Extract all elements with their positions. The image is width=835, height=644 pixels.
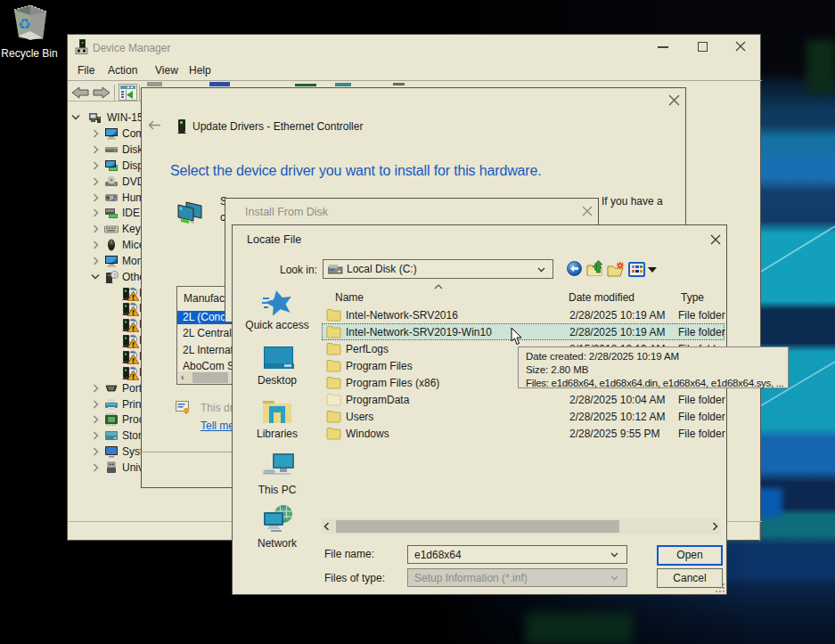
svg-text:?: ? [113, 272, 117, 278]
svg-text:♻: ♻ [18, 16, 31, 33]
